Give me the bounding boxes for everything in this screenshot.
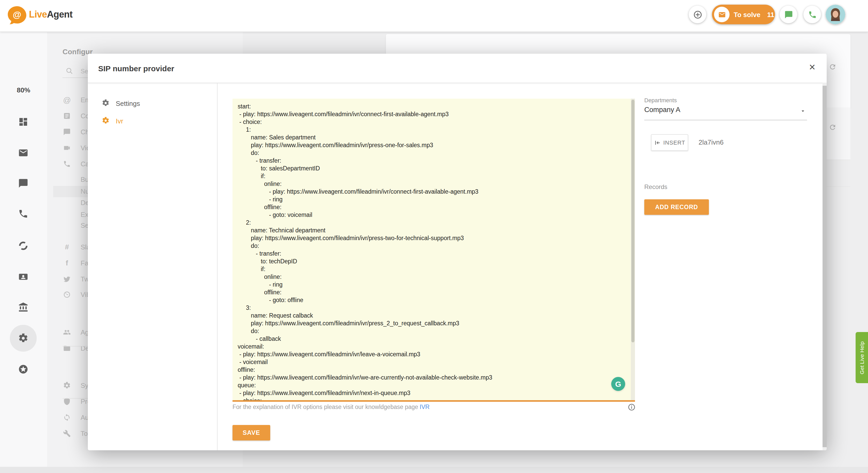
insert-label: INSERT [663,139,685,146]
brand-title: LiveAgent [29,9,72,20]
chat-bubble-icon [784,10,793,19]
to-solve-button[interactable]: To solve 11 [712,5,775,24]
live-help-tab[interactable]: Get Live Help [856,332,868,383]
divider [825,187,850,187]
wrench-icon [63,430,71,437]
people-icon [63,329,71,336]
footer-band [0,467,868,473]
gear-sidebar-icon[interactable] [18,333,28,343]
star-sidebar-icon[interactable] [18,364,28,374]
twitter-icon [63,275,71,283]
to-solve-label: To solve [734,10,761,18]
video-icon [63,144,71,152]
phone-icon [808,10,816,19]
departments-label: Departments [644,97,677,103]
at-icon: @ [63,96,71,104]
chats-button[interactable] [780,6,797,23]
tickets-sidebar-icon[interactable] [18,241,28,251]
insert-left-icon [654,139,660,146]
contacts-sidebar-icon[interactable] [18,272,28,282]
live-help-label: Get Live Help [856,332,868,383]
editor-note: For the explanation of IVR options pleas… [232,404,430,410]
ivr-knowledgebase-link[interactable]: IVR [420,404,430,410]
dashboard-sidebar-icon[interactable] [18,117,28,127]
save-button[interactable]: SAVE [232,425,270,440]
divider [644,120,807,120]
app-header: @ LiveAgent To solve 11 [0,0,868,32]
grammarly-icon[interactable]: G [611,377,625,391]
modal-nav-settings[interactable]: Settings [116,100,140,107]
calls-button[interactable] [803,6,821,23]
close-icon[interactable]: × [806,61,818,73]
slack-icon: # [63,243,71,251]
to-solve-count: 11 [767,10,774,18]
departments-select[interactable]: Company A [644,106,680,113]
envelope-sidebar-icon[interactable] [18,148,28,158]
form-icon [63,112,71,120]
divider [217,82,218,450]
avatar[interactable] [826,5,845,24]
config-item-label: Fa [81,258,88,269]
config-item-label: Sy [81,380,88,392]
refresh-icon[interactable] [829,124,836,131]
insert-button[interactable]: INSERT [651,134,688,151]
chat-icon [63,128,71,136]
add-button[interactable] [689,6,706,23]
modal-title: SIP number provider [98,64,175,73]
phone-icon [63,160,71,168]
sip-number-provider-modal: SIP number provider × Settings Ivr start… [88,54,827,450]
envelope-badge [714,7,730,22]
add-record-button[interactable]: ADD RECORD [644,199,709,215]
gear-icon [102,117,110,125]
records-label: Records [644,183,667,191]
editor-scrollbar-thumb[interactable] [631,100,634,342]
plus-icon [693,10,702,19]
svg-text:@: @ [13,9,22,20]
phone-sidebar-icon[interactable] [18,209,28,219]
modal-header: SIP number provider × [88,54,827,83]
shield-icon [63,398,71,405]
ivr-editor-textarea[interactable]: start: - play: https://www.liveagent.com… [232,99,635,402]
chevron-down-icon[interactable] [800,108,806,114]
ivr-yaml-code: start: - play: https://www.liveagent.com… [232,99,635,400]
gear-icon [63,382,71,390]
modal-scrollbar-thumb[interactable] [823,86,827,447]
insert-code-value: 2la7ivn6 [699,138,723,146]
folder-icon [63,344,71,352]
liveagent-logo-icon[interactable]: @ [7,6,27,25]
refresh-icon[interactable] [829,63,836,71]
envelope-icon [718,10,726,18]
config-item-label: To [81,428,88,439]
info-icon[interactable] [628,403,636,411]
config-item-label: Ex [81,209,88,221]
modal-nav-ivr[interactable]: Ivr [116,117,123,125]
app-sidebar: 80% [0,32,48,473]
gear-icon [102,99,110,107]
chat-sidebar-icon[interactable] [18,178,28,189]
sync-icon [63,414,71,421]
facebook-icon: f [63,259,71,267]
background-card [825,107,850,160]
screen: @ LiveAgent To solve 11 80% Configur Sea [0,0,868,473]
bank-sidebar-icon[interactable] [18,302,28,312]
search-icon [66,67,73,75]
zoom-level: 80% [0,86,47,94]
viber-icon [63,291,71,299]
